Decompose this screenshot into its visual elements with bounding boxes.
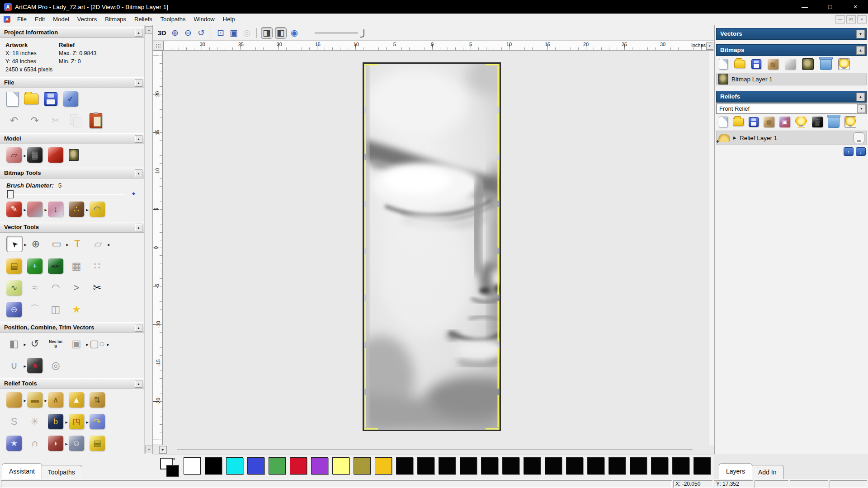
show-vector-toggle-icon[interactable]: ◧ [275,27,287,39]
tab-layers[interactable]: Layers [719,463,752,479]
save-relief-icon[interactable] [749,117,759,127]
reliefs-section-header[interactable]: Reliefs ▲ [716,91,867,103]
weave-wizard-icon[interactable]: ✳ [27,414,42,429]
join-vectors-icon[interactable]: ∪ [6,358,22,373]
drawing-viewport[interactable]: 20151050-5-10-15-20 [153,51,714,445]
create-shape-icon[interactable]: ▬ [27,392,42,408]
palette-swatch[interactable] [184,457,201,474]
open-relief-icon[interactable] [733,118,744,126]
open-model-icon[interactable] [24,94,38,104]
load-image-icon[interactable] [69,149,79,161]
options-icon[interactable]: ✓ [63,91,78,107]
paste-along-curve-icon[interactable]: ∷ [90,258,105,274]
relief-preview-icon[interactable]: ◉ [289,28,300,38]
brush-diameter-slider[interactable]: ◆ [3,190,139,197]
dropdown-arrow-icon[interactable]: ▼ [857,104,866,113]
relief-clipart-icon[interactable]: b [48,414,63,429]
child-restore-button[interactable]: ◱ [846,15,856,23]
bitmap-to-vector-icon[interactable]: ◠ [90,202,105,217]
close-button[interactable]: × [843,0,868,14]
save-model-icon[interactable] [44,92,57,106]
delete-bitmap-icon[interactable] [820,58,832,70]
set-model-size-icon[interactable]: ▱ [6,147,22,163]
group-vectors-icon[interactable]: ▣ [69,336,84,352]
spiral-icon[interactable]: ◎ [48,358,63,373]
collapse-section-button[interactable]: ▲ [135,169,142,177]
texture-bitmap-icon[interactable]: ▨ [768,59,778,70]
smart-engraving-icon[interactable]: S [6,414,22,429]
new-relief-icon[interactable] [719,117,728,127]
palette-swatch[interactable] [417,457,434,474]
palette-swatch[interactable] [247,457,264,474]
bitmaps-section-header[interactable]: Bitmaps ▲ [716,44,867,56]
measure-icon[interactable]: ▤ [6,258,22,274]
offset-vector-icon[interactable]: > [69,280,84,296]
palette-swatch[interactable] [354,457,371,474]
maximize-button[interactable]: □ [817,0,843,14]
palette-swatch[interactable] [375,457,392,474]
menu-vectors[interactable]: Vectors [73,14,101,25]
minimize-button[interactable]: — [792,0,817,14]
trim-vectors-icon[interactable]: ✂ [90,280,105,296]
slider-thumb[interactable] [7,190,14,198]
sculpting-icon[interactable] [6,392,22,408]
palette-swatch[interactable] [609,457,626,474]
nesting-icon[interactable]: Nes ting [48,336,63,352]
collapse-reliefs-icon[interactable]: ▲ [856,93,865,101]
palette-swatch[interactable] [269,457,286,474]
toggle-relief-visibility-icon[interactable] [844,116,856,128]
cut-icon[interactable]: ✂ [48,113,63,128]
expand-layer-icon[interactable]: ▶ [733,136,736,140]
move-layer-down-button[interactable]: ↓ [856,147,866,156]
ruler-origin-icon[interactable] [153,41,164,51]
tab-assistant[interactable]: Assistant [2,463,42,479]
tab-toolpaths[interactable]: Toolpaths [41,465,82,479]
collapse-section-button[interactable]: ▲ [135,380,142,388]
secondary-colour-swatch[interactable] [166,465,179,477]
scroll-up-icon[interactable]: ▲ [145,26,153,34]
pick-colour-icon[interactable]: ↓ [48,202,63,217]
greyscale-model-icon[interactable]: ▒ [27,147,42,163]
menu-bitmaps[interactable]: Bitmaps [101,14,130,25]
palette-swatch[interactable] [460,457,477,474]
zoom-in-icon[interactable]: ⊕ [170,28,180,38]
palette-swatch[interactable] [226,457,243,474]
select-vectors-icon[interactable]: ➤ [6,236,23,252]
palette-swatch[interactable] [502,457,519,474]
menu-model[interactable]: Model [49,14,73,25]
copy-icon[interactable] [69,113,84,128]
palette-swatch[interactable] [566,457,583,474]
bitmap-layer-row[interactable]: Bitmap Layer 1 [716,73,867,85]
zoom-objects-icon[interactable]: ◎ [241,28,252,38]
collapse-vectors-icon[interactable]: ▼ [856,30,865,38]
combine-relief-icon[interactable]: ⇅ [90,392,105,408]
palette-swatch[interactable] [524,457,541,474]
palette-swatch[interactable] [332,457,349,474]
move-layer-up-button[interactable]: ↑ [844,147,854,156]
merge-relief-icon[interactable]: ▣ [779,117,790,127]
zoom-out-icon[interactable]: ⊖ [183,28,193,38]
offset-relief-icon[interactable]: ◳ [69,414,84,429]
text-on-curve-icon[interactable]: ↺ [27,336,42,352]
collapse-section-button[interactable]: ▲ [135,324,142,332]
collapse-section-button[interactable]: ▲ [135,224,142,231]
create-text-icon[interactable]: T [70,236,85,252]
mirror-vectors-icon[interactable]: ◫ [48,302,63,317]
greyscale-relief-icon[interactable]: ▒ [812,117,823,127]
lighting-icon[interactable] [48,147,63,163]
block-copy-icon[interactable]: + [27,258,42,274]
paint-icon[interactable]: ✎ [6,202,22,217]
relief-set-dropdown[interactable]: Front Relief ▼ [716,103,867,114]
scroll-down-icon[interactable]: ▼ [145,446,153,453]
paste-text-icon[interactable]: ABC [48,258,63,274]
vertical-scrollbar[interactable] [708,51,714,445]
child-close-button[interactable]: × [857,15,867,23]
create-polyline-icon[interactable]: ∿ [6,280,22,296]
assistant-scrollbar[interactable]: ▲ ▼ [144,25,152,454]
child-minimize-button[interactable]: — [835,15,845,23]
palette-swatch[interactable] [481,457,498,474]
palette-swatch[interactable] [587,457,604,474]
relief-layer-row[interactable]: + ▶ Relief Layer 1 [716,131,867,145]
distort-mesh-icon[interactable]: ▦ [69,258,84,274]
delete-relief-icon[interactable] [828,116,840,128]
